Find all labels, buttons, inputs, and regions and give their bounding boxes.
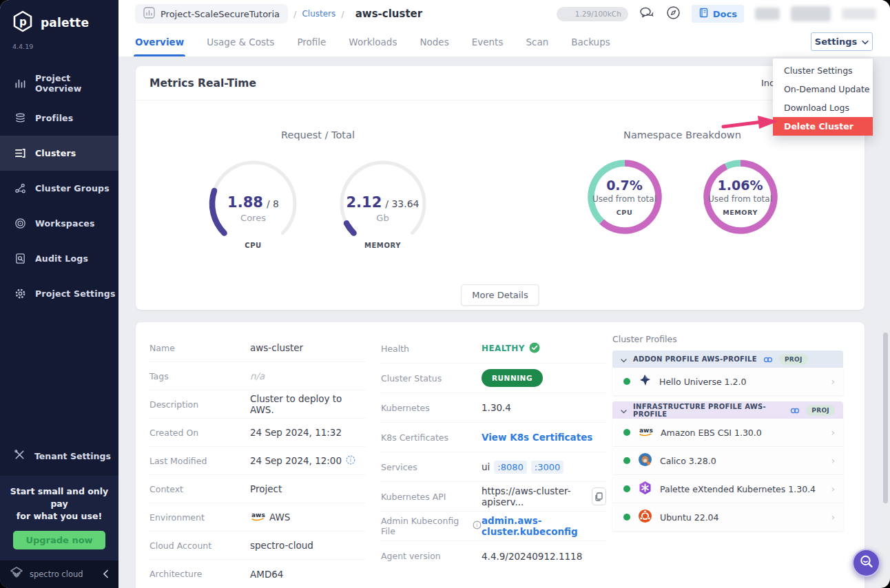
chevron-down-icon [621, 353, 627, 366]
profile-pack-row-ubuntu[interactable]: Ubuntu 22.04 › [612, 503, 843, 531]
service-name: ui [482, 461, 490, 472]
ubuntu-icon [638, 509, 652, 526]
chat-bubbles-icon [639, 6, 655, 22]
request-total-title: Request / Total [281, 129, 355, 140]
sidebar-item-profiles[interactable]: Profiles [0, 101, 118, 136]
menu-item-delete-cluster[interactable]: Delete Cluster [773, 117, 873, 136]
project-selector[interactable]: Project-ScaleSecureTutoria [135, 4, 288, 23]
spectro-cloud-logo-icon [10, 566, 23, 582]
namespace-breakdown-title: Namespace Breakdown [623, 129, 741, 140]
link-icon [763, 353, 773, 366]
view-k8s-certificates-link[interactable]: View K8s Certificates [482, 432, 592, 443]
info-icon[interactable]: i [346, 455, 355, 467]
proj-scope-badge: PROJ [779, 354, 808, 365]
memory-gauge-label: MEMORY [335, 242, 431, 249]
kubeconfig-download-link[interactable]: admin.aws-cluster.kubeconfig [482, 515, 606, 537]
sidebar-item-label: Cluster Groups [35, 183, 110, 193]
sidebar-collapse-icon[interactable] [103, 568, 109, 581]
addon-profile-group-header[interactable]: ADDON PROFILE AWS-PROFILE PROJ [612, 350, 843, 368]
svg-text:aws: aws [639, 427, 653, 434]
tenant-settings-label: Tenant Settings [34, 451, 111, 461]
usage-quota-badge: 1.29/100kCh [557, 7, 628, 21]
svg-text:i: i [476, 522, 477, 528]
copy-button[interactable] [592, 487, 606, 505]
svg-text:aws: aws [251, 512, 265, 518]
menu-item-on-demand-update[interactable]: On-Demand Update [773, 80, 873, 98]
tab-events[interactable]: Events [472, 28, 504, 56]
detail-row-context: Context Project [149, 475, 365, 503]
detail-row-name: Name aws-cluster [149, 334, 365, 362]
scrollbar-track [883, 318, 888, 588]
health-status-text: HEALTHY [482, 344, 525, 353]
sidebar-nav: Project Overview Profiles Clusters Clust… [0, 65, 118, 311]
clusters-list-icon [14, 147, 26, 160]
profile-pack-row-palette-extended-kubernetes[interactable]: Palette eXtended Kubernetes 1.30.4 › [612, 475, 843, 503]
detail-row-architecture: Architecture AMD64 [149, 560, 365, 588]
tab-profile[interactable]: Profile [297, 28, 326, 56]
info-icon[interactable]: i [473, 521, 482, 532]
bar-chart-icon [14, 77, 26, 90]
sidebar-item-label: Project Settings [35, 288, 116, 299]
cpu-used-value: 1.88 [227, 194, 263, 211]
api-url-truncated: https://aws-cluster-apiserv... [482, 485, 588, 507]
tab-workloads[interactable]: Workloads [349, 28, 397, 56]
magnifier-smile-icon [859, 554, 874, 571]
sidebar-item-label: Profiles [35, 113, 73, 123]
sidebar-item-tenant-settings[interactable]: Tenant Settings [0, 443, 118, 470]
pack-status-dot [623, 378, 630, 385]
scrollbar-thumb[interactable] [883, 333, 888, 503]
search-fab-button[interactable] [852, 549, 880, 577]
docs-button[interactable]: Docs [692, 5, 744, 23]
sidebar-item-audit-logs[interactable]: Audit Logs [0, 241, 118, 276]
sidebar-item-cluster-groups[interactable]: Cluster Groups [0, 171, 118, 206]
profile-pack-row-amazon-ebs-csi[interactable]: aws Amazon EBS CSI 1.30.0 › [612, 419, 843, 446]
svg-text:p: p [19, 16, 27, 28]
sidebar-item-workspaces[interactable]: Workspaces [0, 206, 118, 241]
detail-row-cloud-account: Cloud Account spectro-cloud [149, 532, 365, 560]
sidebar-item-clusters[interactable]: Clusters [0, 136, 118, 171]
tab-usage-costs[interactable]: Usage & Costs [207, 28, 274, 56]
chevron-right-icon: › [831, 376, 835, 387]
pack-status-dot [623, 429, 630, 436]
proj-scope-badge: PROJ [806, 405, 835, 416]
memory-total-value: / 33.64 [385, 198, 419, 209]
chat-button[interactable] [639, 6, 655, 22]
tab-overview[interactable]: Overview [135, 28, 184, 56]
menu-item-download-logs[interactable]: Download Logs [773, 98, 873, 117]
sidebar-item-label: Clusters [35, 148, 76, 158]
cpu-gauge-label: CPU [205, 242, 302, 249]
sidebar-item-label: Project Overview [35, 73, 118, 94]
concentric-circles-icon [14, 218, 26, 230]
details-column-status: Health HEALTHY Cluster Status RUNNING Ku… [381, 334, 606, 571]
tab-backups[interactable]: Backups [571, 28, 610, 56]
cluster-profiles-title: Cluster Profiles [612, 334, 843, 344]
settings-button[interactable]: Settings [811, 32, 873, 51]
palette-logo-icon: p [11, 10, 34, 36]
service-port-link[interactable]: :3000 [531, 461, 563, 474]
more-details-button[interactable]: More Details [461, 284, 539, 306]
memory-unit: Gb [376, 213, 389, 223]
menu-item-cluster-settings[interactable]: Cluster Settings [773, 61, 873, 80]
brand-block: p palette 4.4.19 [0, 0, 118, 53]
service-port-link[interactable]: :8080 [494, 461, 526, 474]
chevron-right-icon: › [831, 483, 835, 494]
pack-status-dot [623, 485, 630, 492]
tools-icon [14, 449, 25, 463]
tab-nodes[interactable]: Nodes [420, 28, 448, 56]
namespace-cpu-caption: Used from total [592, 194, 656, 204]
breadcrumb-clusters-link[interactable]: Clusters [302, 9, 335, 19]
details-column-general: Name aws-cluster Tags n/a Description Cl… [149, 334, 365, 588]
namespace-memory-caption: Used from total [708, 194, 772, 204]
tab-scan[interactable]: Scan [526, 28, 548, 56]
sidebar-item-project-settings[interactable]: Project Settings [0, 276, 118, 311]
status-badge: RUNNING [482, 369, 543, 387]
upgrade-now-button[interactable]: Upgrade now [13, 531, 105, 549]
sidebar-item-project-overview[interactable]: Project Overview [0, 65, 118, 101]
profile-pack-row-calico[interactable]: Calico 3.28.0 › [612, 447, 843, 474]
profile-pack-row-hello-universe[interactable]: Hello Universe 1.2.0 › [612, 368, 843, 395]
infrastructure-profile-group-header[interactable]: INFRASTRUCTURE PROFILE AWS-PROFILE PROJ [612, 401, 843, 419]
memory-used-value: 2.12 [346, 194, 382, 211]
settings-button-label: Settings [815, 36, 857, 47]
support-button[interactable] [666, 6, 681, 22]
link-icon [790, 403, 800, 417]
